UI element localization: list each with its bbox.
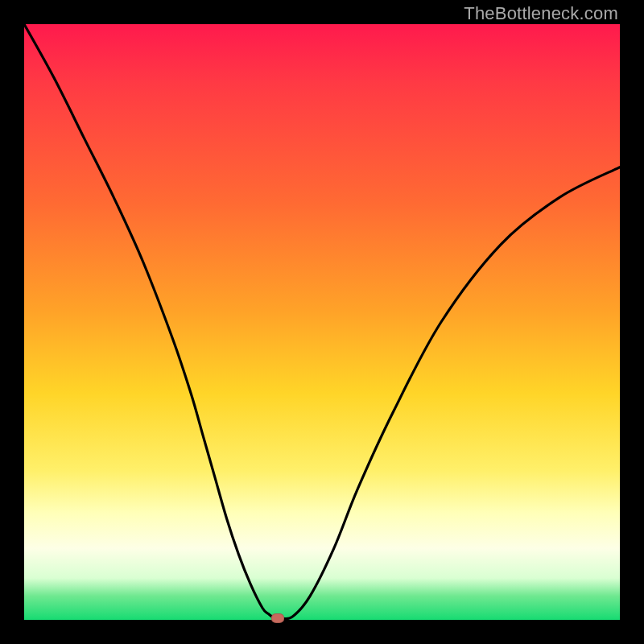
watermark-text: TheBottleneck.com [464, 3, 618, 24]
plot-area [24, 24, 620, 620]
chart-frame: TheBottleneck.com [0, 0, 644, 644]
optimal-point-marker [271, 613, 284, 623]
bottleneck-curve [24, 24, 620, 620]
